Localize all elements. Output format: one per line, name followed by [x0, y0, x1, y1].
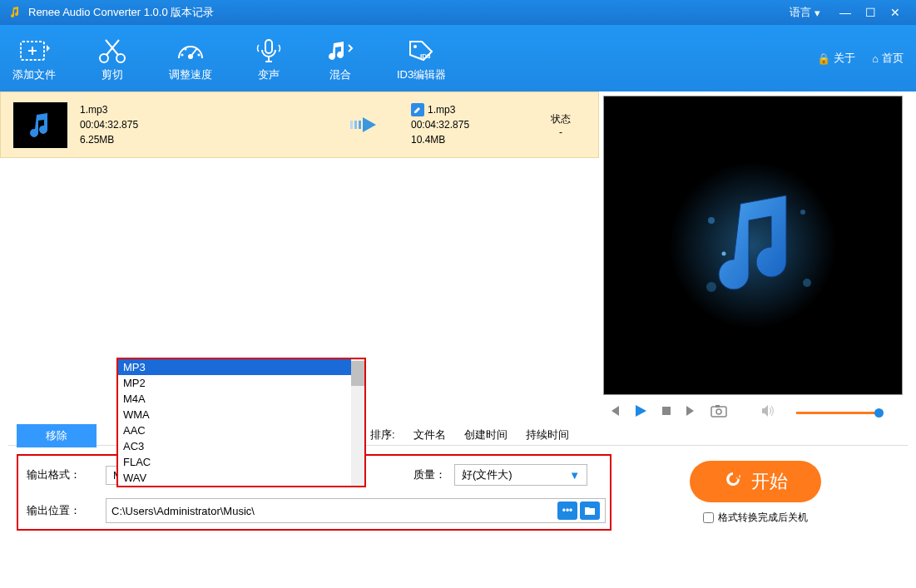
main-toolbar: 添加文件 剪切 调整速度 变声 混合 ID3 ID3编辑器 🔒 关于	[0, 25, 916, 91]
svg-point-5	[198, 54, 201, 57]
about-link[interactable]: 🔒 关于	[817, 51, 855, 66]
svg-point-1	[100, 54, 108, 62]
lock-icon: 🔒	[817, 52, 830, 65]
file-thumbnail	[13, 102, 67, 148]
sort-by-duration[interactable]: 持续时间	[526, 427, 569, 442]
close-button[interactable]: ✕	[883, 6, 908, 19]
svg-point-16	[706, 282, 716, 292]
status-header: 状态	[536, 112, 586, 126]
svg-point-18	[722, 252, 726, 256]
source-file-info: 1.mp3 00:04:32.875 6.25MB	[80, 102, 336, 147]
format-option[interactable]: WAV	[118, 470, 364, 486]
open-folder-button[interactable]	[580, 502, 600, 520]
next-button[interactable]	[685, 404, 698, 421]
output-file-info: 1.mp3 00:04:32.875 10.4MB	[411, 102, 536, 147]
format-option[interactable]: FLAC	[118, 454, 364, 470]
format-option[interactable]: MP2	[118, 375, 364, 391]
minimize-button[interactable]: —	[833, 6, 858, 19]
svg-rect-7	[265, 40, 272, 53]
svg-point-2	[116, 54, 125, 62]
sort-by-filename[interactable]: 文件名	[413, 427, 446, 442]
format-dropdown-list[interactable]: MP3 MP2 M4A WMA AAC AC3 FLAC WAV	[116, 358, 366, 487]
preview-panel	[599, 91, 916, 445]
snapshot-button[interactable]	[711, 404, 727, 421]
output-filename: 1.mp3	[428, 102, 455, 117]
shutdown-checkbox[interactable]: 格式转换完成后关机	[703, 511, 808, 525]
format-option[interactable]: WMA	[118, 407, 364, 422]
home-link[interactable]: ⌂ 首页	[872, 51, 904, 66]
svg-point-21	[716, 409, 721, 414]
file-row[interactable]: 1.mp3 00:04:32.875 6.25MB 1.mp3 00:04:32…	[0, 91, 599, 158]
source-duration: 00:04:32.875	[80, 117, 336, 132]
tag-icon: ID3	[405, 34, 438, 67]
chevron-down-icon: ▾	[814, 7, 820, 19]
svg-rect-10	[350, 121, 353, 129]
output-size: 10.4MB	[411, 132, 536, 147]
speed-button[interactable]: 调整速度	[169, 34, 212, 82]
gauge-icon	[176, 34, 205, 67]
format-option[interactable]: M4A	[118, 391, 364, 407]
preview-area	[603, 96, 903, 395]
scissors-icon	[97, 34, 127, 67]
start-button[interactable]: 开始	[690, 461, 821, 502]
dropdown-scrollbar[interactable]	[351, 359, 364, 486]
quality-combo[interactable]: 好(文件大) ▼	[454, 464, 587, 486]
format-option[interactable]: AC3	[118, 438, 364, 454]
sort-by-created[interactable]: 创建时间	[464, 427, 508, 442]
player-controls	[603, 395, 912, 430]
svg-rect-22	[715, 405, 720, 408]
svg-rect-11	[354, 121, 357, 129]
add-file-icon	[17, 34, 51, 67]
svg-rect-19	[662, 407, 671, 415]
format-option[interactable]: AAC	[118, 422, 364, 438]
source-filename: 1.mp3	[80, 102, 336, 117]
volume-slider[interactable]	[796, 412, 879, 414]
sort-label: 排序:	[370, 427, 395, 442]
home-icon: ⌂	[872, 52, 879, 65]
stop-button[interactable]	[661, 405, 672, 420]
cut-button[interactable]: 剪切	[97, 34, 127, 82]
mix-icon	[325, 34, 355, 67]
app-logo-icon	[8, 6, 22, 19]
svg-text:ID3: ID3	[420, 52, 431, 60]
output-format-label: 输出格式：	[22, 467, 106, 482]
title-bar: Renee Audio Converter 1.0.0 版本记录 语言 ▾ — …	[0, 0, 916, 25]
add-file-button[interactable]: 添加文件	[12, 34, 56, 82]
svg-rect-13	[670, 162, 836, 329]
output-path-input[interactable]: C:\Users\Administrator\Music\ •••	[106, 498, 606, 523]
file-list-panel: 1.mp3 00:04:32.875 6.25MB 1.mp3 00:04:32…	[0, 91, 599, 445]
browse-button[interactable]: •••	[557, 502, 577, 520]
svg-point-17	[803, 279, 811, 287]
svg-rect-20	[711, 407, 726, 417]
microphone-icon	[254, 34, 284, 67]
svg-point-6	[185, 48, 187, 51]
voice-change-button[interactable]: 变声	[254, 34, 284, 82]
arrow-icon	[336, 112, 403, 137]
refresh-icon	[723, 469, 743, 494]
sort-controls: 排序: 文件名 创建时间 持续时间	[370, 427, 569, 442]
quality-label: 质量：	[409, 467, 446, 482]
edit-icon[interactable]	[411, 103, 424, 116]
svg-point-4	[181, 54, 184, 57]
format-option[interactable]: MP3	[118, 359, 364, 375]
svg-point-8	[413, 45, 417, 48]
remove-button[interactable]: 移除	[17, 424, 97, 447]
volume-icon[interactable]	[760, 404, 775, 421]
svg-point-14	[708, 217, 715, 224]
chevron-down-icon: ▼	[569, 469, 580, 482]
output-path-label: 输出位置：	[22, 503, 106, 518]
mix-button[interactable]: 混合	[325, 34, 355, 82]
svg-point-15	[800, 210, 805, 215]
maximize-button[interactable]: ☐	[858, 6, 883, 19]
output-duration: 00:04:32.875	[411, 117, 536, 132]
prev-button[interactable]	[607, 404, 621, 421]
language-selector[interactable]: 语言 ▾	[790, 5, 820, 20]
svg-rect-12	[359, 121, 361, 129]
id3-editor-button[interactable]: ID3 ID3编辑器	[397, 34, 446, 82]
status-value: -	[536, 126, 586, 138]
source-size: 6.25MB	[80, 132, 336, 147]
app-title: Renee Audio Converter 1.0.0 版本记录	[28, 5, 790, 20]
play-button[interactable]	[633, 403, 648, 422]
